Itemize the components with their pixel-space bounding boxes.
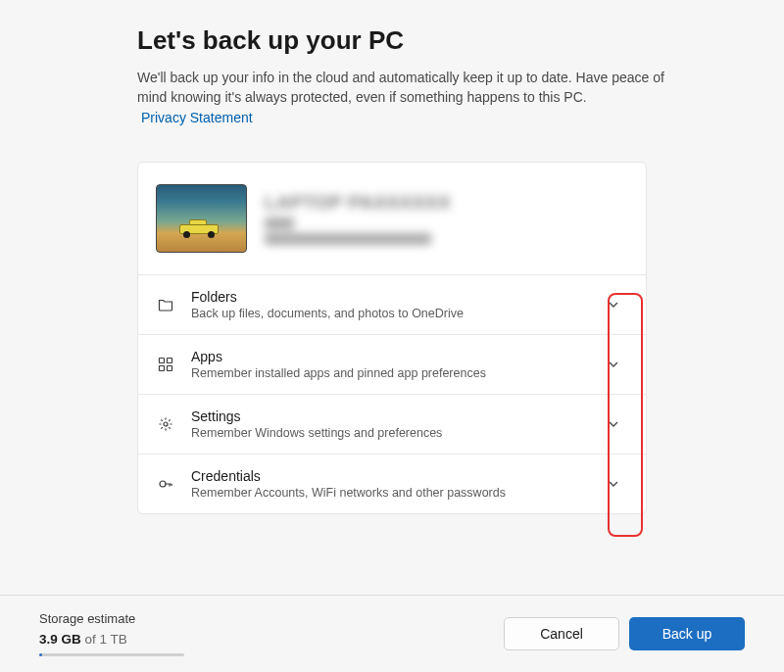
svg-point-4 [164, 422, 168, 426]
option-subtitle: Remember installed apps and pinned app p… [191, 366, 589, 380]
option-title: Credentials [191, 468, 589, 484]
option-apps[interactable]: Apps Remember installed apps and pinned … [138, 334, 646, 394]
storage-used: 3.9 GB [39, 632, 81, 647]
storage-label: Storage estimate [39, 611, 184, 626]
chevron-down-icon [605, 296, 622, 313]
folder-icon [156, 295, 175, 314]
page-title: Let's back up your PC [0, 0, 784, 56]
option-subtitle: Remember Windows settings and preference… [191, 426, 589, 440]
cancel-button[interactable]: Cancel [504, 617, 619, 650]
credentials-icon [156, 474, 175, 494]
storage-progress-fill [39, 653, 42, 656]
settings-icon [156, 414, 175, 434]
option-title: Settings [191, 408, 589, 424]
option-title: Apps [191, 349, 589, 364]
svg-rect-3 [168, 365, 172, 370]
backup-button[interactable]: Back up [629, 617, 745, 650]
privacy-statement-link[interactable]: Privacy Statement [0, 108, 253, 125]
device-name: LAPTOP PAXXXXXX [265, 192, 451, 214]
svg-point-5 [160, 481, 166, 487]
device-thumbnail [156, 184, 247, 253]
option-credentials[interactable]: Credentials Remember Accounts, WiFi netw… [138, 454, 646, 513]
chevron-down-icon [605, 475, 622, 493]
storage-progress [39, 653, 184, 656]
footer-bar: Storage estimate 3.9 GB of 1 TB Cancel B… [0, 595, 784, 672]
option-subtitle: Back up files, documents, and photos to … [191, 307, 589, 320]
chevron-down-icon [605, 356, 622, 373]
chevron-down-icon [605, 415, 622, 433]
backup-card: LAPTOP PAXXXXXX Folders Back up files, d… [137, 162, 647, 514]
storage-estimate: Storage estimate 3.9 GB of 1 TB [39, 611, 184, 656]
device-info-blurred: LAPTOP PAXXXXXX [265, 192, 451, 245]
svg-rect-0 [160, 358, 165, 362]
page-description: We'll back up your info in the cloud and… [0, 56, 784, 108]
svg-rect-2 [160, 365, 165, 370]
device-subline-2 [265, 233, 431, 245]
storage-total: of 1 TB [81, 632, 127, 647]
option-subtitle: Remember Accounts, WiFi networks and oth… [191, 486, 589, 500]
apps-icon [156, 355, 175, 374]
storage-values: 3.9 GB of 1 TB [39, 632, 184, 647]
device-subline-1 [265, 217, 294, 229]
option-title: Folders [191, 289, 589, 305]
svg-rect-1 [168, 358, 172, 362]
option-folders[interactable]: Folders Back up files, documents, and ph… [138, 274, 646, 334]
device-row: LAPTOP PAXXXXXX [138, 163, 646, 274]
option-settings[interactable]: Settings Remember Windows settings and p… [138, 394, 646, 454]
